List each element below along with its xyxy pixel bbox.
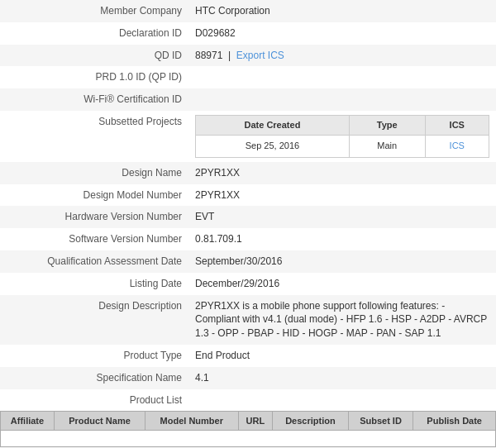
label-subsetted-projects: Subsetted Projects	[0, 111, 188, 162]
subsetted-col-ics: ICS	[425, 115, 489, 135]
row-design-description: Design Description 2PYR1XX is a mobile p…	[0, 295, 496, 345]
subsetted-col-date: Date Created	[196, 115, 350, 135]
label-qd-id: QD ID	[0, 45, 188, 67]
label-wifi-cert: Wi-Fi® Certification ID	[0, 88, 188, 111]
row-prd-id: PRD 1.0 ID (QP ID)	[0, 66, 496, 88]
row-declaration-id: Declaration ID D029682	[0, 22, 496, 45]
value-prd-id	[188, 66, 496, 88]
label-member-company: Member Company	[0, 0, 188, 22]
product-list-header-row: Affiliate Product Name Model Number URL …	[1, 412, 496, 431]
export-ics-link[interactable]: Export ICS	[236, 50, 284, 61]
row-product-list-label: Product List	[0, 389, 496, 412]
row-software-version: Software Version Number 0.81.709.1	[0, 228, 496, 250]
value-design-model: 2PYR1XX	[188, 184, 496, 207]
row-wifi-cert: Wi-Fi® Certification ID	[0, 88, 496, 111]
subsetted-ics-cell: ICS	[425, 136, 489, 157]
col-description: Description	[273, 412, 349, 431]
label-product-type: Product Type	[0, 345, 188, 367]
value-design-description: 2PYR1XX is a mobile phone support follow…	[188, 295, 496, 345]
value-product-type: End Product	[188, 345, 496, 367]
col-subset-id: Subset ID	[348, 412, 413, 431]
col-url: URL	[238, 412, 273, 431]
row-spec-name: Specification Name 4.1	[0, 367, 496, 389]
subsetted-date-cell: Sep 25, 2016	[196, 136, 350, 157]
label-declaration-id: Declaration ID	[0, 22, 188, 45]
row-design-model: Design Model Number 2PYR1XX	[0, 184, 496, 207]
row-qa-date: Qualification Assessment Date September/…	[0, 250, 496, 273]
value-declaration-id: D029682	[188, 22, 496, 45]
info-table: Member Company HTC Corporation Declarati…	[0, 0, 496, 411]
value-software-version: 0.81.709.1	[188, 228, 496, 250]
subsetted-table: Date Created Type ICS Sep 25, 2016 Main …	[195, 115, 489, 158]
page-wrapper: Member Company HTC Corporation Declarati…	[0, 0, 496, 448]
row-hardware-version: Hardware Version Number EVT	[0, 206, 496, 228]
product-list-table: Affiliate Product Name Model Number URL …	[0, 411, 496, 447]
label-spec-name: Specification Name	[0, 367, 188, 389]
col-publish-date: Publish Date	[413, 412, 496, 431]
label-prd-id: PRD 1.0 ID (QP ID)	[0, 66, 188, 88]
value-qa-date: September/30/2016	[188, 250, 496, 273]
ics-link[interactable]: ICS	[450, 141, 465, 150]
value-spec-name: 4.1	[188, 367, 496, 389]
value-qd-id: 88971 | Export ICS	[188, 45, 496, 67]
label-listing-date: Listing Date	[0, 273, 188, 295]
value-listing-date: December/29/2016	[188, 273, 496, 295]
subsetted-type-cell: Main	[349, 136, 425, 157]
value-wifi-cert	[188, 88, 496, 111]
row-subsetted-projects: Subsetted Projects Date Created Type ICS	[0, 111, 496, 162]
col-model-number: Model Number	[145, 412, 238, 431]
row-qd-id: QD ID 88971 | Export ICS	[0, 45, 496, 67]
row-design-name: Design Name 2PYR1XX	[0, 162, 496, 184]
row-member-company: Member Company HTC Corporation	[0, 0, 496, 22]
label-design-description: Design Description	[0, 295, 188, 345]
col-affiliate: Affiliate	[1, 412, 55, 431]
label-design-name: Design Name	[0, 162, 188, 184]
value-design-name: 2PYR1XX	[188, 162, 496, 184]
value-product-list	[188, 389, 496, 412]
subsetted-col-type: Type	[349, 115, 425, 135]
value-hardware-version: EVT	[188, 206, 496, 228]
label-hardware-version: Hardware Version Number	[0, 206, 188, 228]
subsetted-header-row: Date Created Type ICS	[196, 115, 489, 135]
qd-id-number: 88971	[195, 50, 222, 61]
label-design-model: Design Model Number	[0, 184, 188, 207]
value-member-company: HTC Corporation	[188, 0, 496, 22]
main-container: Member Company HTC Corporation Declarati…	[0, 0, 496, 448]
label-qa-date: Qualification Assessment Date	[0, 250, 188, 273]
row-listing-date: Listing Date December/29/2016	[0, 273, 496, 295]
label-product-list: Product List	[0, 389, 188, 412]
col-product-name: Product Name	[54, 412, 145, 431]
product-list-empty-row	[1, 431, 496, 447]
row-product-type: Product Type End Product	[0, 345, 496, 367]
subsetted-data-row: Sep 25, 2016 Main ICS	[196, 136, 489, 157]
value-subsetted-projects: Date Created Type ICS Sep 25, 2016 Main …	[188, 111, 496, 162]
label-software-version: Software Version Number	[0, 228, 188, 250]
